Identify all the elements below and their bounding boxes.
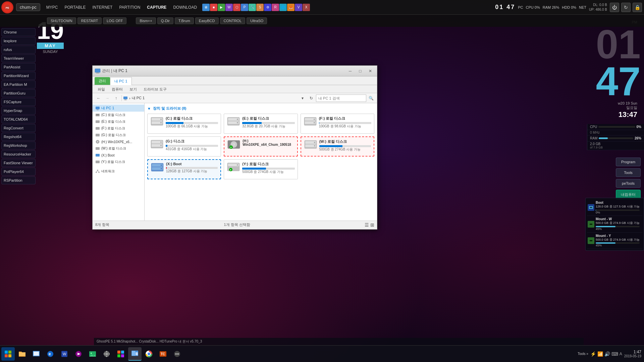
- top-icon-1[interactable]: 🖥: [202, 4, 210, 11]
- tray-icon-5[interactable]: A: [620, 352, 622, 356]
- tab-drive-tools[interactable]: 드라이브 도구: [141, 86, 170, 93]
- taskbar-folder[interactable]: [15, 347, 29, 361]
- nav-e-drive[interactable]: (E:) 로컬 디스크: [93, 118, 144, 125]
- dropdown-btn[interactable]: ▾: [299, 95, 307, 102]
- top-icon-5[interactable]: ⬡: [233, 4, 240, 11]
- drive-tile-y[interactable]: + (Y:) 로컬 디스크 500GB 중 274GB 사용 가능: [224, 159, 298, 179]
- sidebar-app-regworkshop[interactable]: RegWorkshop: [1, 141, 36, 149]
- minimize-button[interactable]: ─: [345, 68, 355, 74]
- refresh-button[interactable]: ↻: [621, 3, 631, 12]
- search-input[interactable]: [316, 95, 366, 102]
- nav-h-drive[interactable]: (H:) Win10XPE_x6...: [93, 138, 144, 145]
- sidebar-app-regshot[interactable]: Regshot64: [1, 133, 36, 141]
- lock-button[interactable]: 🔒: [633, 3, 642, 12]
- sidebar-app-partitionwizard[interactable]: PartitionWizard: [1, 72, 36, 80]
- sidebar-app-totalcmd[interactable]: TOTALCMD64: [1, 115, 36, 123]
- drive-tile-c[interactable]: (C:) 로컬 디스크 100GB 중 66.1GB 사용 가능: [147, 114, 221, 134]
- btn-control[interactable]: CONTROL: [220, 17, 246, 24]
- sidebar-app-rufus[interactable]: rufus: [1, 46, 36, 54]
- maximize-button[interactable]: □: [356, 68, 365, 74]
- tray-icon-4[interactable]: ⌨: [611, 351, 618, 357]
- top-icon-3[interactable]: ▶: [218, 4, 225, 11]
- sidebar-app-chrome[interactable]: Chrome: [1, 28, 36, 36]
- top-icon-12[interactable]: 🦊: [287, 4, 294, 11]
- section-header[interactable]: ▼ 장치 및 드라이브 (8): [147, 106, 374, 111]
- sidebar-app-regconvert[interactable]: RegConvert: [1, 124, 36, 132]
- drive-tile-e[interactable]: (E:) 로컬 디스크 32.8GB 중 20.7GB 사용 가능: [224, 114, 298, 134]
- top-icon-10[interactable]: R: [272, 4, 279, 11]
- btn-restart[interactable]: RESTART: [77, 17, 102, 24]
- tray-icon-3[interactable]: 🔊: [604, 351, 610, 357]
- drive-tile-f[interactable]: (F:) 로컬 디스크 100GB 중 98.6GB 사용 가능: [301, 114, 374, 134]
- btn-logoff[interactable]: LOG OFF: [103, 17, 126, 24]
- taskbar-media[interactable]: [72, 347, 85, 361]
- drive-tile-g[interactable]: (G:) 디스크 431GB 중 416GB 사용 가능: [147, 136, 221, 157]
- sidebar-app-rspartition[interactable]: RSPartition: [1, 176, 36, 184]
- taskbar-app2[interactable]: W: [58, 347, 71, 361]
- forward-button[interactable]: →: [103, 95, 111, 102]
- sidebar-app-potplayer[interactable]: PotPlayer64: [1, 168, 36, 176]
- top-icon-11[interactable]: 🌐: [279, 4, 287, 11]
- btn-shutdown[interactable]: SHUTDOWN: [47, 17, 76, 24]
- close-button[interactable]: ✕: [366, 68, 375, 74]
- sidebar-app-faststone[interactable]: FastStone Viewer: [1, 159, 36, 167]
- top-icon-8[interactable]: S: [256, 4, 264, 11]
- back-button[interactable]: ←: [95, 95, 103, 102]
- drive-tile-h[interactable]: + (H:) Win10XPE_x64_Chum_190518: [224, 136, 298, 157]
- drive-tile-w[interactable]: (W:) 로컬 디스크 500GB 중 274GB 사용 가능: [301, 136, 374, 157]
- btn-ultraso[interactable]: UltraSO: [247, 17, 267, 24]
- tools-button[interactable]: Tools: [616, 168, 641, 177]
- sidebar-app-hypersnap[interactable]: HyperSnap: [1, 107, 36, 115]
- ribbon-tab-file[interactable]: 내 PC 1: [110, 77, 132, 85]
- sidebar-app-eapartition[interactable]: EA Partition M: [1, 80, 36, 88]
- nav-g-drive[interactable]: (G:) 로컬 디스크: [93, 132, 144, 138]
- petools-button[interactable]: peTools: [616, 179, 641, 188]
- sidebar-app-lexplore[interactable]: lexplore: [1, 37, 36, 45]
- menu-internet[interactable]: INTERNET: [89, 4, 116, 11]
- taskbar-more[interactable]: [170, 347, 184, 361]
- nav-c-drive[interactable]: (C:) 로컬 디스크: [93, 112, 144, 118]
- tray-icon-1[interactable]: ⚡: [590, 351, 596, 357]
- top-icon-2[interactable]: ■: [210, 4, 217, 11]
- nav-x-drive[interactable]: (X:) Boot: [93, 152, 144, 159]
- top-icon-13[interactable]: V: [295, 4, 302, 11]
- start-button[interactable]: [1, 347, 15, 361]
- taskbar-totalcmd[interactable]: TC: [156, 347, 170, 361]
- taskbar-photos[interactable]: [86, 347, 99, 361]
- program-button[interactable]: Program: [616, 158, 641, 166]
- sidebar-app-fscapture[interactable]: FSCapture: [1, 98, 36, 106]
- top-icon-4[interactable]: W: [225, 4, 233, 11]
- btn-qdir[interactable]: Q-Dir: [157, 17, 173, 24]
- list-view-btn[interactable]: ☰: [365, 222, 369, 228]
- top-icon-6[interactable]: P: [241, 4, 248, 11]
- menu-capture[interactable]: CAPTURE: [144, 4, 170, 11]
- ribbon-tab-manage[interactable]: 관리: [95, 77, 110, 85]
- drive-tile-x[interactable]: (X:) Boot 128GB 중 127GB 사용 가능: [147, 159, 221, 179]
- tab-view[interactable]: 보기: [126, 86, 140, 93]
- btn-easybcd[interactable]: EasyBCD: [195, 17, 219, 24]
- search-btn[interactable]: 🔍: [367, 95, 375, 102]
- btn-tbrum[interactable]: T.Brum: [175, 17, 194, 24]
- up-button[interactable]: ↑: [112, 95, 120, 102]
- taskbar-ie[interactable]: e: [44, 347, 57, 361]
- nav-network[interactable]: 네트워크: [93, 168, 144, 175]
- sidebar-app-partassist[interactable]: PartAssist: [1, 63, 36, 71]
- tray-icon-2[interactable]: 📶: [597, 351, 603, 357]
- top-icon-9[interactable]: ⚙: [264, 4, 271, 11]
- grid-view-btn[interactable]: ⊞: [370, 222, 374, 228]
- btn-bismpp[interactable]: Bism++: [136, 17, 156, 24]
- menu-download[interactable]: DOWNLOAD: [170, 4, 200, 11]
- sidebar-app-partitionguru[interactable]: PartitionGuru: [1, 89, 36, 97]
- refresh-btn[interactable]: ↻: [307, 95, 315, 102]
- taskbar-active[interactable]: [128, 347, 142, 361]
- taskbar-chrome[interactable]: [142, 347, 156, 361]
- power-button[interactable]: ⏻: [610, 3, 619, 12]
- nav-w-drive[interactable]: (W:) 로컬 디스크: [93, 145, 144, 152]
- menu-partition[interactable]: PARTITION: [116, 4, 144, 11]
- taskbar-apps[interactable]: [114, 347, 127, 361]
- menu-mypc[interactable]: MYPC: [43, 4, 61, 11]
- taskbar-explorer[interactable]: [30, 347, 43, 361]
- sidebar-app-reshacker[interactable]: ResourceHacker: [1, 150, 36, 158]
- tab-file[interactable]: 파일: [95, 86, 108, 93]
- tab-computer[interactable]: 컴퓨터: [109, 86, 126, 93]
